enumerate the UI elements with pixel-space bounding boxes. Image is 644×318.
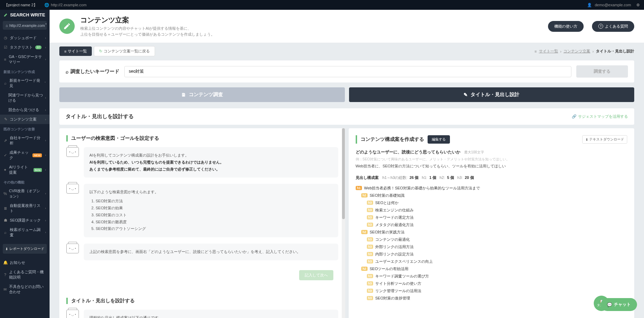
doc-icon: 🗎 <box>181 92 186 97</box>
shield-icon: ☗ <box>3 218 8 223</box>
breadcrumb-link[interactable]: コンテンツ立案 <box>563 49 590 54</box>
nav-own-keyword[interactable]: ⇗自社キーワード分析› <box>0 133 50 148</box>
nav-seo-check[interactable]: ☗SEO課題チェック› <box>0 216 50 225</box>
outline-row[interactable]: h3キーワード調査ツールの選び方 <box>356 273 628 280</box>
list-icon: ≡ <box>64 49 66 53</box>
nav-dashboard[interactable]: ◷ダッシュボード› <box>0 33 50 43</box>
heading-tag: h2 <box>361 193 368 197</box>
intent-item: SEO対策の難易度 <box>96 219 333 226</box>
breadcrumb-link[interactable]: サイト一覧 <box>539 49 558 54</box>
nav-faq[interactable]: ?よくあるご質問・機能説明 <box>0 267 50 282</box>
heading-tag: h3 <box>367 259 373 263</box>
heading-tag: h2 <box>361 267 368 271</box>
task-icon: ☑ <box>3 45 8 50</box>
outline-row[interactable]: h3ユーザーエクスペリエンスの向上 <box>356 258 628 265</box>
outline-row[interactable]: h3SEOとは何か <box>356 199 628 207</box>
nav-ai-rewrite[interactable]: ✦AIリライト提案Beta› <box>0 162 50 177</box>
suggest-map-link[interactable]: 🔗サジェストマップを活用する <box>572 114 628 119</box>
search-button[interactable]: 調査する <box>576 65 628 78</box>
chat-bubble: AIを利用してコンテンツ構成案の設計をお手伝いします。 AIを利用しているため、… <box>84 147 338 178</box>
nav-content-plan[interactable]: ✎コンテンツ立案› <box>0 115 50 124</box>
outline-row[interactable]: h3メタタグの最適化方法 <box>356 221 628 229</box>
outline-row[interactable]: h2SEO対策の基礎知識 <box>356 192 628 199</box>
outline-text: SEO対策の実践方法 <box>370 230 405 235</box>
outline-text: キーワード調査ツールの選び方 <box>375 274 429 279</box>
outline-row[interactable]: h2SEOツールの有効活用 <box>356 265 628 273</box>
how-to-use-button[interactable]: 機能の使い方 <box>548 21 584 32</box>
outline-row[interactable]: h1Web担当者必携！SEO対策の基礎から効果的なツール活用方法まで <box>356 185 628 192</box>
outline-text: ユーザーエクスペリエンスの向上 <box>375 259 433 264</box>
nav-keyword-discovery[interactable]: ⌕新規キーワード発見˅ <box>0 76 50 91</box>
chat-bubble: 以下のような検索意図が考えられます。 SEO対策の方法SEO対策の効果SEO対策… <box>84 184 338 237</box>
report-download-button[interactable]: ⬇レポートダウンロード <box>3 244 47 254</box>
user-menu[interactable]: 👤demo@example.com <box>587 3 631 7</box>
globe-icon: 🌐 <box>44 3 49 7</box>
scrollbar[interactable] <box>342 128 345 318</box>
edit-button[interactable]: 編集する <box>428 135 450 144</box>
tab-content-research[interactable]: 🗎コンテンツ調査 <box>59 87 345 102</box>
outline-row[interactable]: h3キーワードの選定方法 <box>356 214 628 221</box>
intent-item: SEO対策のアウトソーシング <box>96 225 333 232</box>
heading-tag: h3 <box>367 237 373 241</box>
faq-button[interactable]: ?よくある質問 <box>592 21 634 32</box>
page-title: コンテンツ立案 <box>80 15 540 25</box>
nav-cvr[interactable]: %CVR改善（オプション）› <box>0 186 50 201</box>
outline-row[interactable]: h3サイト分析ツールの使い方 <box>356 280 628 287</box>
outline-text: サイト分析ツールの使い方 <box>375 281 421 286</box>
logo[interactable]: SEARCH WRITE <box>0 10 50 20</box>
nav-ga-gsc[interactable]: ≡GA・GSCデータサマリー› <box>0 52 50 67</box>
heading-tag: h3 <box>367 201 373 205</box>
settings-icon[interactable]: ⚙ <box>636 3 640 7</box>
bot-avatar: • ◡ • <box>66 184 79 196</box>
graph-icon: ⇗ <box>3 138 8 143</box>
left-heading-2: タイトル・見出しを設計する <box>66 298 338 304</box>
magnify-icon: ⌕ <box>3 230 8 234</box>
dashboard-icon: ◷ <box>3 36 8 40</box>
keyword-input[interactable] <box>124 66 571 77</box>
heading-tag: h3 <box>367 215 373 219</box>
nav-competitor[interactable]: 競合から見つける› <box>0 105 50 115</box>
tab-title-heading[interactable]: ✎タイトル・見出し設計 <box>349 87 635 102</box>
outline-row[interactable]: h3コンテンツの最適化 <box>356 236 628 243</box>
site-list-pill[interactable]: ≡サイト一覧 <box>59 46 92 56</box>
outline-text: Web担当者必携！SEO対策の基礎から効果的なツール活用方法まで <box>364 186 480 191</box>
nav-contact[interactable]: ✉不具合などのお問い合わせ <box>0 282 50 297</box>
download-icon: ⬇ <box>5 247 8 251</box>
nav-section-new: 新規コンテンツ作成 <box>0 67 50 76</box>
heading-tag: h3 <box>367 289 373 293</box>
search-label: ⌕調査したいキーワード <box>66 68 119 75</box>
outline-text: 内部リンクの設定方法 <box>375 252 414 257</box>
nav-related-words[interactable]: 関連ワードから見つける› <box>0 91 50 105</box>
site-selector[interactable]: ⌂http://2.example.com ˅ <box>3 21 47 30</box>
right-panel: コンテンツ構成案を作成する 編集する ⬇テキストダウンロード どのようなユーザー… <box>349 128 635 318</box>
outline-row[interactable]: h3リンク管理ツールの活用法 <box>356 287 628 295</box>
outline-text: キーワードの選定方法 <box>375 215 414 220</box>
question-label: どのようなユーザーに、読後にどう思ってもらいたいか <box>356 150 460 154</box>
note-icon: ✎ <box>3 117 8 122</box>
nav-news[interactable]: 🔔お知らせ <box>0 258 50 267</box>
back-to-list-pill[interactable]: ↻コンテンツ立案一覧に戻る <box>94 46 155 56</box>
char-limit: 最大100文字 <box>464 150 484 154</box>
proceed-button[interactable]: 記入して次へ <box>299 270 333 280</box>
chat-float-button[interactable]: 💬 チャット <box>601 298 637 311</box>
outline-row[interactable]: h2SEO対策の実践方法 <box>356 229 628 236</box>
search-icon: ⌕ <box>66 69 68 74</box>
pen-icon <box>3 12 8 17</box>
nav-section-other: その他の機能 <box>0 177 50 186</box>
project-name: 【project name 2】 <box>4 2 37 8</box>
outline-row[interactable]: h3SEO対策の進捗管理 <box>356 295 628 302</box>
nav-section-improve: 既存コンテンツ改善 <box>0 124 50 133</box>
nav-auto-suggest[interactable]: ≣自動提案改善リスト› <box>0 201 50 216</box>
nav-result-check[interactable]: ✓成果チェックNEW› <box>0 148 50 162</box>
outline-row[interactable]: h3検索エンジンの仕組み <box>356 207 628 214</box>
edit-icon <box>63 22 71 30</box>
link-icon: 🔗 <box>572 114 577 119</box>
outline-row[interactable]: h3外部リンクの活用方法 <box>356 243 628 251</box>
left-heading-1: ユーザーの検索意図・ゴールを設定する <box>66 135 338 142</box>
question-icon: ? <box>598 24 603 29</box>
bell-icon: 🔔 <box>3 261 8 265</box>
nav-search-volume[interactable]: ⌕検索ボリューム調査› <box>0 225 50 240</box>
outline-row[interactable]: h3内部リンクの設定方法 <box>356 251 628 258</box>
text-download-button[interactable]: ⬇テキストダウンロード <box>582 135 627 144</box>
nav-tasklist[interactable]: ☑タスクリスト37› <box>0 43 50 52</box>
